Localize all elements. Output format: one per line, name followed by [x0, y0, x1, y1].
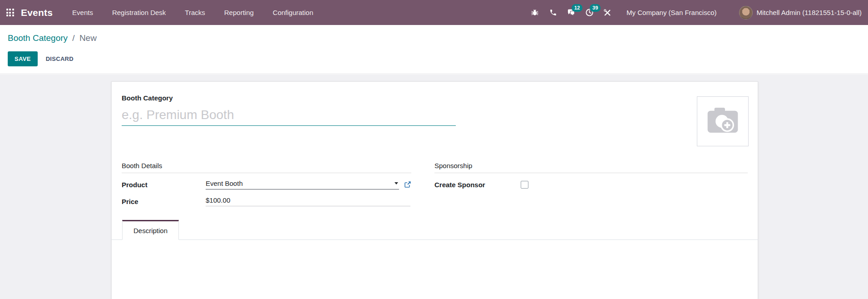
menu-item-configuration[interactable]: Configuration: [263, 0, 323, 25]
product-value: Event Booth: [206, 179, 395, 187]
activities-button[interactable]: 39: [580, 0, 598, 25]
tab-description[interactable]: Description: [122, 220, 179, 240]
notebook: Description: [112, 220, 758, 299]
breadcrumb-separator: /: [70, 33, 77, 43]
company-switcher[interactable]: My Company (San Francisco): [616, 9, 725, 16]
control-panel: Booth Category / New SAVE DISCARD: [0, 25, 868, 74]
group-booth-details: Booth Details Product Event Booth: [122, 162, 411, 207]
product-many2one[interactable]: Event Booth: [206, 179, 399, 189]
tab-strip: Description: [112, 220, 758, 240]
save-button[interactable]: SAVE: [8, 51, 38, 66]
booth-details-title: Booth Details: [122, 162, 411, 173]
app-title[interactable]: Events: [21, 7, 53, 18]
tools-button[interactable]: [598, 0, 616, 25]
top-navbar: Events Events Registration Desk Tracks R…: [0, 0, 868, 25]
create-sponsor-field-row: Create Sponsor: [434, 179, 748, 190]
external-link-icon: [404, 181, 411, 188]
voip-phone-button[interactable]: [544, 0, 562, 25]
debug-bug-button[interactable]: [526, 0, 544, 25]
tools-icon: [603, 9, 612, 17]
content-background: Booth Category Booth Details Product Eve…: [0, 75, 868, 299]
camera-add-icon: [704, 105, 741, 137]
discard-button[interactable]: DISCARD: [39, 51, 80, 66]
bug-icon: [531, 9, 539, 17]
menu-item-tracks[interactable]: Tracks: [175, 0, 214, 25]
menu-item-registration-desk[interactable]: Registration Desk: [103, 0, 175, 25]
breadcrumb: Booth Category / New: [8, 33, 97, 43]
form-actions: SAVE DISCARD: [8, 51, 80, 66]
menu-item-events[interactable]: Events: [63, 0, 103, 25]
menu-item-reporting[interactable]: Reporting: [215, 0, 263, 25]
price-input[interactable]: [206, 196, 410, 206]
form-sheet: Booth Category Booth Details Product Eve…: [111, 81, 758, 299]
apps-grid-icon: [6, 9, 14, 16]
form-groups: Booth Details Product Event Booth: [122, 162, 748, 207]
user-menu[interactable]: Mitchell Admin (11821551-15-0-all): [756, 9, 862, 16]
description-tab-content[interactable]: [112, 240, 758, 299]
image-upload-box[interactable]: [697, 96, 749, 146]
create-sponsor-label: Create Sponsor: [434, 181, 521, 189]
main-menu: Events Registration Desk Tracks Reportin…: [63, 0, 323, 25]
booth-category-input[interactable]: [122, 105, 456, 126]
sponsorship-title: Sponsorship: [434, 162, 748, 173]
breadcrumb-parent-link[interactable]: Booth Category: [8, 33, 68, 43]
create-sponsor-checkbox[interactable]: [521, 181, 528, 189]
booth-category-label: Booth Category: [122, 94, 173, 102]
phone-icon: [549, 9, 557, 16]
navbar-left: Events Events Registration Desk Tracks R…: [0, 0, 323, 25]
price-label: Price: [122, 198, 206, 205]
dropdown-caret-icon[interactable]: [395, 182, 398, 184]
product-label: Product: [122, 181, 206, 189]
navbar-right: 12 39 My Company (San Francisco) Mitchel…: [526, 0, 868, 25]
messages-button[interactable]: 12: [562, 0, 580, 25]
product-external-link-button[interactable]: [404, 181, 411, 188]
group-sponsorship: Sponsorship Create Sponsor: [434, 162, 748, 207]
avatar[interactable]: [739, 6, 753, 20]
product-field-row: Product Event Booth: [122, 179, 411, 190]
price-field-row: Price: [122, 196, 411, 207]
apps-menu-button[interactable]: [0, 0, 20, 25]
breadcrumb-current: New: [79, 33, 97, 43]
